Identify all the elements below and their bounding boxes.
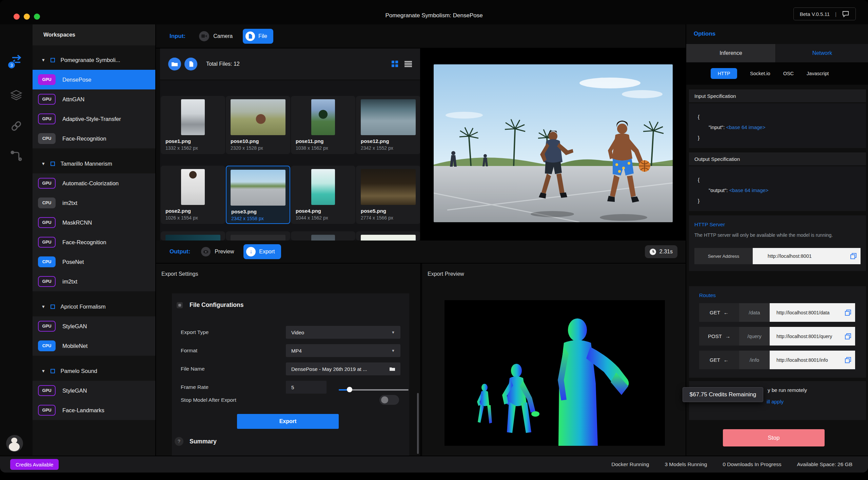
workspace-group-tamarillo[interactable]: ▾ Tamarillo Mannerism	[33, 154, 155, 173]
question-icon[interactable]: ?	[175, 437, 183, 446]
workspace-group-pomegranate[interactable]: ▾ Pomegranate Symboli...	[33, 50, 155, 70]
output-export-toggle[interactable]: ↓ Export	[243, 244, 281, 259]
export-button[interactable]: Export	[237, 414, 339, 429]
file-card-pose1[interactable]: pose1.png 1332 x 1562 px	[161, 96, 225, 154]
file-card-clipped[interactable]	[226, 231, 290, 241]
sidebar-model-posenet[interactable]: CPU PoseNet	[33, 252, 155, 272]
workspace-group-apricot[interactable]: ▾ Apricot Formalism	[33, 297, 155, 316]
file-thumbnail	[361, 99, 416, 135]
status-models-running: 3 Models Running	[665, 461, 707, 467]
file-card-clipped[interactable]	[161, 231, 225, 241]
copy-icon[interactable]	[845, 310, 851, 316]
input-file-toggle[interactable]: File	[243, 29, 273, 44]
arrow-right-icon: →	[725, 333, 730, 339]
file-card-clipped[interactable]	[291, 231, 355, 241]
sidebar-model-face-recognition[interactable]: CPU Face-Recognition	[33, 129, 155, 148]
sidebar-model-stylegan-pamelo[interactable]: GPU StyleGAN	[33, 381, 155, 400]
copy-icon[interactable]	[845, 357, 851, 363]
caret-down-icon[interactable]: ▾	[42, 368, 45, 374]
add-file-button[interactable]	[184, 58, 197, 70]
file-card-pose11[interactable]: pose11.png 1038 x 1562 px	[291, 96, 355, 154]
output-header-bar: Output: Preview ↓ Export 2.31s	[156, 241, 686, 264]
list-view-icon[interactable]	[405, 61, 412, 67]
sidebar-model-stylegan-apricot[interactable]: GPU StyleGAN	[33, 316, 155, 336]
file-dimensions: 1332 x 1562 px	[165, 145, 225, 151]
protocol-osc[interactable]: OSC	[783, 71, 794, 76]
route-url[interactable]: http://localhost:8001/data	[770, 303, 855, 322]
route-url[interactable]: http://localhost:8001/info	[770, 351, 855, 369]
credits-available-badge[interactable]: Credits Available	[10, 459, 59, 470]
server-address-value[interactable]: http://localhost:8001	[753, 248, 861, 264]
export-type-dropdown[interactable]: Video ▼	[286, 326, 400, 339]
input-preview-zone	[420, 48, 686, 241]
output-preview-toggle[interactable]: Preview	[201, 247, 234, 256]
file-card-pose3-selected[interactable]: pose3.png 2342 x 1558 px	[226, 166, 290, 224]
gpu-chip: GPU	[38, 405, 56, 416]
stop-model-toggle[interactable]	[379, 395, 399, 405]
folder-icon[interactable]	[390, 367, 395, 371]
remote-note-link[interactable]: ill apply	[767, 399, 784, 404]
add-folder-button[interactable]	[168, 58, 181, 70]
file-card-pose10[interactable]: pose10.png 2320 x 1528 px	[226, 96, 290, 154]
copy-icon[interactable]	[845, 333, 851, 339]
code-brace: {	[698, 111, 866, 122]
caret-down-icon[interactable]: ▾	[42, 161, 45, 167]
file-card-pose5[interactable]: pose5.png 2774 x 1566 px	[356, 166, 420, 224]
beta-version-badge[interactable]: Beta V.0.5.11 |	[793, 7, 856, 20]
file-name: pose3.png	[231, 209, 290, 214]
file-card-pose2[interactable]: pose2.png 1026 x 1554 px	[161, 166, 225, 224]
frame-rate-input[interactable]: 5	[286, 381, 327, 394]
sidebar-model-face-recognition-gpu[interactable]: GPU Face-Recognition	[33, 232, 155, 252]
frame-rate-slider[interactable]	[339, 387, 409, 392]
protocol-http[interactable]: HTTP	[711, 68, 737, 79]
file-dimensions: 2342 x 1558 px	[231, 216, 290, 221]
file-name: pose11.png	[296, 138, 355, 144]
sidebar-model-adaptive-style-transfer[interactable]: GPU Adaptive-Style-Transfer	[33, 109, 155, 129]
slider-thumb[interactable]	[347, 387, 352, 392]
file-name: pose4.png	[296, 208, 355, 214]
sidebar-model-im2txt-gpu[interactable]: GPU im2txt	[33, 272, 155, 291]
caret-down-icon[interactable]: ▾	[42, 304, 45, 310]
layers-icon[interactable]	[9, 89, 23, 102]
cpu-chip: CPU	[38, 133, 56, 144]
workspace-group-pamelo[interactable]: ▾ Pamelo Sound	[33, 361, 155, 381]
protocol-javascript[interactable]: Javascript	[807, 71, 829, 76]
file-name-field[interactable]: DensePose - May 26th 2019 at ...	[286, 362, 400, 375]
tab-network[interactable]: Network	[776, 44, 868, 62]
summary-heading: Summary	[190, 438, 217, 445]
stop-model-button[interactable]: Stop	[723, 429, 825, 446]
sidebar-model-automatic-colorization[interactable]: GPU Automatic-Colorization	[33, 173, 155, 193]
sidebar-model-densepose[interactable]: GPU DensePose	[33, 70, 155, 89]
route-url[interactable]: http://localhost:8001/query	[770, 327, 855, 346]
format-value: MP4	[291, 348, 302, 354]
user-avatar[interactable]	[6, 435, 23, 452]
copy-icon[interactable]	[850, 253, 856, 259]
file-name: pose10.png	[231, 138, 290, 144]
format-dropdown[interactable]: MP4 ▼	[286, 344, 400, 357]
file-dimensions: 1026 x 1554 px	[165, 215, 225, 221]
link-icon[interactable]	[9, 119, 23, 133]
protocol-socketio[interactable]: Socket.io	[750, 71, 770, 76]
file-card-pose12[interactable]: pose12.png 2342 x 1552 px	[356, 96, 420, 154]
sidebar-model-face-landmarks[interactable]: GPU Face-Landmarks	[33, 400, 155, 420]
input-camera-toggle[interactable]: Camera	[199, 31, 233, 41]
file-name: pose5.png	[361, 208, 420, 214]
sidebar-model-mobilenet[interactable]: CPU MobileNet	[33, 336, 155, 356]
sidebar-model-maskrcnn[interactable]: GPU MaskRCNN	[33, 213, 155, 232]
workspace-models-list: GPU DensePose GPU AttnGAN GPU Adaptive-S…	[33, 70, 155, 148]
settings-scrollbar[interactable]	[417, 393, 419, 454]
feedback-chat-icon[interactable]	[842, 11, 849, 17]
caret-down-icon[interactable]: ▾	[42, 57, 45, 63]
workflow-icon[interactable]	[9, 149, 23, 163]
credits-remaining-tooltip: $67.75 Credits Remaining	[683, 387, 763, 402]
input-header-bar: Input: Camera File	[156, 24, 686, 48]
download-icon: ↓	[246, 247, 256, 256]
sidebar-model-im2txt-cpu[interactable]: CPU im2txt	[33, 193, 155, 213]
tab-inference[interactable]: Inference	[686, 44, 775, 62]
file-name-label: File Name	[181, 366, 205, 372]
sidebar-model-attngan[interactable]: GPU AttnGAN	[33, 89, 155, 109]
gpu-chip: GPU	[38, 178, 56, 189]
file-card-clipped[interactable]	[356, 231, 420, 241]
file-card-pose4[interactable]: pose4.png 1044 x 1562 px	[291, 166, 355, 224]
grid-view-icon[interactable]	[392, 61, 398, 67]
